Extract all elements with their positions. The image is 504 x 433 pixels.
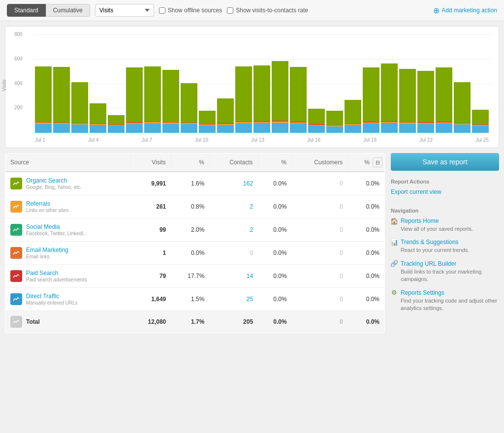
nav-item-2: 🔗 Tracking URL Builder Build links to tr… bbox=[391, 260, 499, 283]
data-table: Source Visits % Contacts % Customers % ⊟ bbox=[5, 153, 385, 333]
metric-dropdown[interactable]: Visits Contacts Customers bbox=[95, 4, 154, 17]
source-name-4[interactable]: Paid Search bbox=[26, 270, 87, 277]
nav-item-3: ⚙ Reports Settings Find your tracking co… bbox=[391, 289, 499, 312]
bar-group bbox=[363, 67, 379, 133]
y-axis-label: Visits bbox=[1, 80, 7, 92]
bar-group bbox=[90, 103, 106, 133]
bar-group bbox=[217, 98, 234, 133]
bar-segment bbox=[235, 66, 252, 122]
filter-icon[interactable]: ⊟ bbox=[373, 157, 382, 167]
contacts-pct-cell-1: 0.0% bbox=[258, 195, 291, 218]
total-contacts-pct: 0.0% bbox=[258, 311, 291, 333]
bar-segment bbox=[71, 82, 88, 123]
bar-group bbox=[199, 111, 216, 133]
x-axis-label: Jul 22 bbox=[419, 137, 433, 143]
nav-link-0[interactable]: Reports Home bbox=[401, 217, 439, 224]
chart-inner: Visits 800 600 400 200 bbox=[13, 34, 491, 143]
bar-group bbox=[290, 67, 307, 133]
source-cell-4: Paid Search Paid search advertisements bbox=[5, 265, 131, 288]
x-labels: Jul 1Jul 4Jul 7Jul 10Jul 13Jul 16Jul 19J… bbox=[33, 137, 491, 143]
bar-segment bbox=[345, 125, 361, 133]
source-icon-3 bbox=[10, 247, 22, 259]
bar-segment bbox=[472, 110, 489, 125]
nav-link-3[interactable]: Reports Settings bbox=[401, 289, 444, 296]
offline-sources-checkbox[interactable]: Show offline sources bbox=[159, 7, 222, 14]
bar-segment bbox=[108, 115, 125, 124]
total-visits: 12,080 bbox=[130, 311, 171, 333]
bar-group bbox=[436, 67, 452, 133]
col-source: Source bbox=[5, 154, 131, 172]
contacts-cell-2[interactable]: 2 bbox=[209, 218, 258, 242]
top-bar: Standard Cumulative Visits Contacts Cust… bbox=[0, 0, 504, 21]
source-cell-5: Direct Traffic Manually entered URLs bbox=[5, 288, 131, 311]
contacts-cell-5[interactable]: 25 bbox=[209, 288, 258, 311]
bar-segment bbox=[181, 83, 197, 123]
source-sub-5: Manually entered URLs bbox=[26, 300, 78, 306]
visits-cell-5: 1,649 bbox=[130, 288, 171, 311]
total-label: Total bbox=[5, 311, 131, 333]
source-name-0[interactable]: Organic Search bbox=[26, 177, 82, 184]
bar-segment bbox=[290, 67, 307, 122]
bar-segment bbox=[90, 125, 106, 133]
x-axis-label: Jul 13 bbox=[251, 137, 264, 143]
table-row: Email Marketing Email links 1 0.0% 0 0.0… bbox=[5, 242, 385, 265]
total-customers: 0 bbox=[292, 311, 348, 333]
add-marketing-action-link[interactable]: ⊕ Add marketing action bbox=[433, 6, 497, 15]
left-panel: Source Visits % Contacts % Customers % ⊟ bbox=[5, 153, 385, 333]
nav-link-2[interactable]: Tracking URL Builder bbox=[401, 260, 456, 267]
bar-group bbox=[454, 82, 471, 133]
bar-segment bbox=[436, 124, 452, 133]
bar-segment bbox=[326, 126, 343, 133]
export-current-view-link[interactable]: Export current view bbox=[391, 188, 499, 195]
contacts-cell-0[interactable]: 162 bbox=[209, 172, 258, 195]
customers-pct-cell-1: 0.0% bbox=[348, 195, 385, 218]
nav-item-1: 📊 Trends & Suggestions React to your cur… bbox=[391, 239, 499, 254]
bar-segment bbox=[35, 124, 52, 133]
source-name-1[interactable]: Referrals bbox=[26, 200, 68, 207]
table-row: Referrals Links on other sites 261 0.8% … bbox=[5, 195, 385, 218]
customers-pct-cell-3: 0.0% bbox=[348, 242, 385, 265]
contacts-cell-1[interactable]: 2 bbox=[209, 195, 258, 218]
bar-segment bbox=[217, 125, 234, 133]
nav-icon-3: ⚙ bbox=[391, 289, 398, 296]
bar-segment bbox=[272, 61, 288, 121]
nav-icon-0: 🏠 bbox=[391, 217, 398, 224]
nav-link-1[interactable]: Trends & Suggestions bbox=[401, 239, 459, 246]
x-axis-label: Jul 4 bbox=[88, 137, 98, 143]
source-icon-1 bbox=[10, 201, 22, 213]
customers-pct-cell-4: 0.0% bbox=[348, 265, 385, 288]
bar-segment bbox=[399, 69, 416, 122]
source-name-2[interactable]: Social Media bbox=[26, 223, 87, 230]
bar-group bbox=[399, 69, 416, 133]
customers-cell-3: 0 bbox=[292, 242, 348, 265]
save-report-button[interactable]: Save as report bbox=[391, 153, 499, 171]
total-icon bbox=[10, 316, 22, 328]
standard-button[interactable]: Standard bbox=[7, 4, 46, 17]
source-sub-3: Email links bbox=[26, 254, 68, 259]
source-icon-0 bbox=[10, 178, 22, 189]
bar-segment bbox=[181, 124, 197, 133]
bar-group bbox=[181, 83, 197, 133]
cumulative-button[interactable]: Cumulative bbox=[46, 4, 90, 17]
source-name-3[interactable]: Email Marketing bbox=[26, 247, 68, 253]
x-axis-label: Jul 25 bbox=[475, 137, 489, 143]
nav-desc-0: View all of your saved reports. bbox=[401, 225, 499, 233]
source-sub-2: Facebook, Twitter, Linkedl... bbox=[26, 231, 87, 236]
bar-segment bbox=[126, 124, 143, 133]
chart-section: Visits 800 600 400 200 bbox=[5, 26, 499, 148]
visits-contacts-rate-checkbox[interactable]: Show visits-to-contacts rate bbox=[227, 7, 308, 14]
bar-segment bbox=[345, 100, 361, 124]
total-row: Total 12,080 1.7% 205 0.0% 0 0.0% bbox=[5, 311, 385, 333]
source-icon-4 bbox=[10, 270, 22, 282]
nav-item-0: 🏠 Reports Home View all of your saved re… bbox=[391, 217, 499, 233]
customers-cell-1: 0 bbox=[292, 195, 348, 218]
visits-pct-cell-0: 1.6% bbox=[171, 172, 209, 195]
bar-group bbox=[253, 65, 270, 133]
source-icon-5 bbox=[10, 293, 22, 305]
bar-group bbox=[345, 100, 361, 133]
customers-pct-cell-0: 0.0% bbox=[348, 172, 385, 195]
source-name-5[interactable]: Direct Traffic bbox=[26, 293, 78, 300]
visits-cell-3: 1 bbox=[130, 242, 171, 265]
nav-desc-3: Find your tracking code and adjust other… bbox=[401, 297, 499, 312]
contacts-cell-4[interactable]: 14 bbox=[209, 265, 258, 288]
